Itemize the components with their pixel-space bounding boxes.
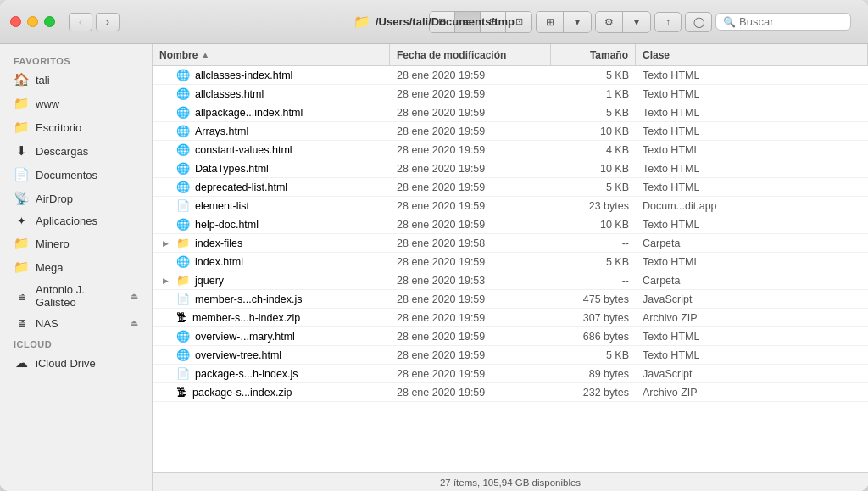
table-row[interactable]: 🌐deprecated-list.html28 ene 2020 19:595 … [153, 178, 868, 197]
traffic-lights [10, 16, 55, 27]
group-button-group: ⊞ ▾ [536, 11, 592, 33]
tag-button[interactable]: ◯ [685, 12, 712, 32]
path-text: /Users/tali/Documents/tmp [376, 15, 515, 28]
share-button[interactable]: ↑ [654, 12, 682, 32]
gear-icon: ⚙ [604, 16, 614, 28]
sidebar-descargas-label: Descargas [36, 145, 138, 158]
table-row[interactable]: 📄package-s...h-index.js28 ene 2020 19:59… [153, 365, 868, 383]
view-gallery-icon: ⊡ [515, 16, 523, 27]
sidebar-item-www[interactable]: 📁 www [0, 92, 152, 115]
table-row[interactable]: 📄element-list28 ene 2020 19:5923 bytesDo… [153, 197, 868, 215]
sidebar-item-minero[interactable]: 📁 Minero [0, 232, 152, 255]
eject-icon-nas[interactable]: ⏏ [130, 318, 138, 329]
folder-icon: 📁 [353, 14, 370, 30]
file-date: 28 ene 2020 19:59 [390, 346, 551, 364]
file-kind: Carpeta [636, 271, 868, 289]
file-kind: Texto HTML [636, 327, 868, 345]
file-date: 28 ene 2020 19:59 [390, 159, 551, 177]
gear-button[interactable]: ⚙ [596, 12, 623, 32]
table-row[interactable]: ▶📁index-files28 ene 2020 19:58--Carpeta [153, 234, 868, 253]
col-header-name[interactable]: Nombre ▲ [153, 44, 390, 65]
file-icon: 🌐 [176, 106, 190, 119]
sidebar-item-icloud-drive[interactable]: ☁ iCloud Drive [0, 351, 152, 375]
airdrop-icon: 📡 [14, 191, 29, 206]
table-row[interactable]: 🌐allclasses.html28 ene 2020 19:591 KBTex… [153, 85, 868, 103]
file-kind: Texto HTML [636, 103, 868, 121]
col-header-date[interactable]: Fecha de modificación [390, 44, 551, 65]
table-row[interactable]: 🌐help-doc.html28 ene 2020 19:5910 KBText… [153, 215, 868, 234]
table-row[interactable]: 🌐DataTypes.html28 ene 2020 19:5910 KBTex… [153, 159, 868, 178]
file-size: 23 bytes [551, 197, 636, 215]
file-kind: Carpeta [636, 234, 868, 252]
file-kind: Texto HTML [636, 215, 868, 233]
file-icon: 🌐 [176, 69, 190, 81]
back-button[interactable]: ‹ [69, 13, 92, 31]
close-button[interactable] [10, 16, 21, 27]
sidebar-item-aplicaciones[interactable]: ✦ Aplicaciones [0, 210, 152, 232]
status-bar: 27 ítems, 105,94 GB disponibles [153, 472, 868, 491]
table-row[interactable]: 🗜member-s...h-index.zip28 ene 2020 19:59… [153, 309, 868, 327]
file-kind: Archivo ZIP [636, 383, 868, 401]
group-dropdown-button[interactable]: ▾ [564, 12, 591, 32]
minimize-button[interactable] [27, 16, 38, 27]
file-icon: 🗜 [176, 311, 187, 324]
sidebar-item-descargas[interactable]: ⬇ Descargas [0, 139, 152, 163]
file-size: 10 KB [551, 159, 636, 177]
sidebar-item-tali[interactable]: 🏠 tali [0, 68, 152, 92]
sidebar-item-nas[interactable]: 🖥 NAS ⏏ [0, 313, 152, 334]
file-size: 5 KB [551, 178, 636, 196]
table-row[interactable]: ▶📁jquery28 ene 2020 19:53--Carpeta [153, 271, 868, 290]
file-size: 10 KB [551, 215, 636, 233]
file-name: constant-values.html [195, 144, 292, 156]
file-name: index-files [195, 237, 242, 249]
file-date: 28 ene 2020 19:59 [390, 141, 551, 159]
group-button[interactable]: ⊞ [537, 12, 564, 32]
file-icon: 🌐 [176, 143, 190, 156]
file-date: 28 ene 2020 19:59 [390, 327, 551, 345]
file-kind: Texto HTML [636, 141, 868, 159]
col-header-kind[interactable]: Clase [636, 44, 868, 65]
file-size: 10 KB [551, 122, 636, 140]
sidebar-item-antonio[interactable]: 🖥 Antonio J. Galisteo ⏏ [0, 279, 152, 313]
file-date: 28 ene 2020 19:59 [390, 290, 551, 308]
table-row[interactable]: 🌐overview-...mary.html28 ene 2020 19:596… [153, 327, 868, 346]
table-row[interactable]: 🌐index.html28 ene 2020 19:595 KBTexto HT… [153, 253, 868, 271]
sidebar-item-escritorio[interactable]: 📁 Escritorio [0, 115, 152, 139]
file-icon: 🌐 [176, 218, 190, 231]
action-button-group: ⚙ ▾ [595, 11, 651, 33]
file-icon: 🌐 [176, 255, 190, 268]
table-row[interactable]: 🌐constant-values.html28 ene 2020 19:594 … [153, 141, 868, 159]
file-date: 28 ene 2020 19:59 [390, 103, 551, 121]
sidebar-item-airdrop[interactable]: 📡 AirDrop [0, 187, 152, 210]
eject-icon-antonio[interactable]: ⏏ [130, 291, 138, 302]
table-row[interactable]: 📄member-s...ch-index.js28 ene 2020 19:59… [153, 290, 868, 309]
table-row[interactable]: 🌐allclasses-index.html28 ene 2020 19:595… [153, 66, 868, 85]
main-content: Favoritos 🏠 tali 📁 www 📁 Escritorio ⬇ De… [0, 44, 868, 491]
maximize-button[interactable] [44, 16, 55, 27]
table-row[interactable]: 🌐Arrays.html28 ene 2020 19:5910 KBTexto … [153, 122, 868, 141]
folder-icon-mega: 📁 [14, 259, 29, 275]
gear-dropdown-button[interactable]: ▾ [623, 12, 650, 32]
file-kind: Texto HTML [636, 159, 868, 177]
table-row[interactable]: 🌐overview-tree.html28 ene 2020 19:595 KB… [153, 346, 868, 365]
sidebar-nas-label: NAS [36, 317, 123, 330]
search-box: 🔍 [715, 13, 851, 31]
search-input[interactable] [739, 15, 843, 28]
file-icon: 🗜 [176, 386, 187, 399]
sidebar-item-mega[interactable]: 📁 Mega [0, 255, 152, 279]
table-row[interactable]: 🗜package-s...index.zip28 ene 2020 19:592… [153, 383, 868, 402]
folder-icon-www: 📁 [14, 96, 29, 111]
file-name: deprecated-list.html [195, 181, 287, 193]
cloud-icon: ☁ [14, 355, 29, 371]
file-name: element-list [195, 200, 249, 212]
sidebar-item-documentos[interactable]: 📄 Documentos [0, 163, 152, 187]
sidebar-www-label: www [36, 98, 138, 110]
file-size: 5 KB [551, 346, 636, 364]
col-header-size[interactable]: Tamaño [551, 44, 636, 65]
file-name: Arrays.html [195, 126, 248, 137]
forward-button[interactable]: › [96, 13, 120, 31]
table-row[interactable]: 🌐allpackage...index.html28 ene 2020 19:5… [153, 103, 868, 122]
file-size: 5 KB [551, 253, 636, 271]
file-icon: 🌐 [176, 162, 190, 175]
folder-icon-escritorio: 📁 [14, 120, 29, 135]
